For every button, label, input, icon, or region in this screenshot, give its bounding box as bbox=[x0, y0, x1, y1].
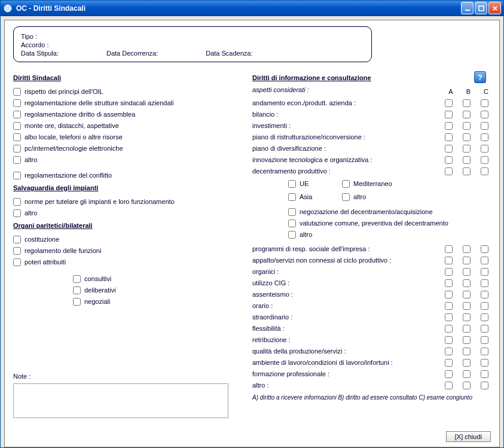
check-label: negoziazione del decentramento/acquisizi… bbox=[300, 208, 433, 215]
abc-check-c[interactable] bbox=[481, 325, 488, 333]
check-label: poteri attribuiti bbox=[25, 258, 66, 266]
abc-check-a[interactable] bbox=[445, 167, 453, 175]
abc-check-c[interactable] bbox=[481, 99, 488, 107]
minimize-button[interactable] bbox=[461, 2, 474, 14]
abc-check-a[interactable] bbox=[445, 291, 453, 298]
close-button[interactable] bbox=[488, 2, 501, 14]
abc-check-b[interactable] bbox=[463, 279, 471, 287]
check-asia[interactable] bbox=[288, 193, 296, 201]
abc-check-b[interactable] bbox=[463, 313, 471, 321]
check-label: negoziali bbox=[84, 298, 110, 305]
abc-check-b[interactable] bbox=[463, 291, 471, 298]
abc-check-c[interactable] bbox=[481, 359, 488, 367]
abc-check-c[interactable] bbox=[481, 370, 488, 378]
check-albo[interactable] bbox=[13, 133, 21, 141]
abc-label: altro : bbox=[252, 382, 445, 389]
maximize-button[interactable] bbox=[475, 2, 487, 14]
check-monte-ore[interactable] bbox=[13, 122, 21, 130]
check-negoziazione-dec[interactable] bbox=[288, 208, 296, 216]
abc-check-a[interactable] bbox=[445, 359, 453, 367]
check-label: UE bbox=[300, 180, 308, 187]
abc-check-b[interactable] bbox=[463, 302, 471, 310]
check-mediterraneo[interactable] bbox=[342, 180, 350, 188]
abc-check-c[interactable] bbox=[481, 382, 488, 389]
abc-check-c[interactable] bbox=[481, 336, 488, 344]
abc-check-a[interactable] bbox=[445, 156, 453, 164]
abc-check-a[interactable] bbox=[445, 382, 453, 389]
check-negoziali[interactable] bbox=[73, 298, 81, 306]
abc-check-a[interactable] bbox=[445, 370, 453, 378]
check-altro-dec[interactable] bbox=[342, 193, 350, 201]
abc-check-a[interactable] bbox=[445, 279, 453, 287]
abc-check-a[interactable] bbox=[445, 122, 453, 130]
check-altro-dec2[interactable] bbox=[288, 231, 296, 239]
abc-check-c[interactable] bbox=[481, 279, 488, 287]
check-oil[interactable] bbox=[13, 88, 21, 96]
check-altro-ds[interactable] bbox=[13, 156, 21, 164]
abc-check-b[interactable] bbox=[463, 257, 471, 264]
abc-check-a[interactable] bbox=[445, 111, 453, 118]
abc-check-b[interactable] bbox=[463, 268, 471, 276]
abc-check-b[interactable] bbox=[463, 167, 471, 175]
abc-check-b[interactable] bbox=[463, 156, 471, 164]
abc-check-a[interactable] bbox=[445, 245, 453, 253]
abc-label: retribuzione : bbox=[252, 336, 445, 343]
abc-check-b[interactable] bbox=[463, 145, 471, 153]
abc-check-c[interactable] bbox=[481, 245, 488, 253]
abc-check-b[interactable] bbox=[463, 99, 471, 107]
abc-check-b[interactable] bbox=[463, 245, 471, 253]
check-pc-internet[interactable] bbox=[13, 145, 21, 153]
check-conflitto[interactable] bbox=[13, 172, 21, 179]
check-assemblea[interactable] bbox=[13, 111, 21, 118]
abc-check-c[interactable] bbox=[481, 291, 488, 298]
check-norme-impianti[interactable] bbox=[13, 198, 21, 206]
note-textarea[interactable] bbox=[13, 383, 228, 418]
abc-check-c[interactable] bbox=[481, 122, 488, 130]
abc-check-c[interactable] bbox=[481, 133, 488, 141]
abc-check-b[interactable] bbox=[463, 336, 471, 344]
abc-check-a[interactable] bbox=[445, 133, 453, 141]
abc-check-b[interactable] bbox=[463, 370, 471, 378]
check-altro-salv[interactable] bbox=[13, 209, 21, 217]
abc-check-a[interactable] bbox=[445, 99, 453, 107]
check-costituzione[interactable] bbox=[13, 236, 21, 243]
svg-rect-1 bbox=[465, 10, 470, 11]
check-deliberativi[interactable] bbox=[73, 287, 81, 294]
check-valutazione-dec[interactable] bbox=[288, 220, 296, 227]
abc-check-b[interactable] bbox=[463, 359, 471, 367]
check-poteri[interactable] bbox=[13, 258, 21, 266]
abc-check-b[interactable] bbox=[463, 122, 471, 130]
abc-check-c[interactable] bbox=[481, 302, 488, 310]
abc-check-a[interactable] bbox=[445, 336, 453, 344]
abc-check-c[interactable] bbox=[481, 167, 488, 175]
abc-check-c[interactable] bbox=[481, 268, 488, 276]
abc-check-a[interactable] bbox=[445, 348, 453, 355]
left-column: Diritti Sindacali rispetto dei principi … bbox=[13, 71, 240, 419]
abc-check-c[interactable] bbox=[481, 145, 488, 153]
abc-check-b[interactable] bbox=[463, 133, 471, 141]
abc-check-c[interactable] bbox=[481, 348, 488, 355]
abc-check-c[interactable] bbox=[481, 111, 488, 118]
close-form-button[interactable]: [X] chiudi bbox=[446, 431, 491, 442]
note-label: Note : bbox=[13, 373, 240, 380]
abc-check-b[interactable] bbox=[463, 325, 471, 333]
abc-check-c[interactable] bbox=[481, 156, 488, 164]
abc-check-a[interactable] bbox=[445, 313, 453, 321]
abc-check-a[interactable] bbox=[445, 145, 453, 153]
abc-check-b[interactable] bbox=[463, 382, 471, 389]
abc-check-b[interactable] bbox=[463, 111, 471, 118]
abc-check-c[interactable] bbox=[481, 257, 488, 264]
abc-label: appalto/servizi non connessi al ciclo pr… bbox=[252, 257, 445, 264]
abc-label: qualità della produzione/servizi : bbox=[252, 348, 445, 355]
abc-check-b[interactable] bbox=[463, 348, 471, 355]
abc-check-a[interactable] bbox=[445, 302, 453, 310]
help-icon[interactable]: ? bbox=[474, 71, 486, 83]
check-ue[interactable] bbox=[288, 180, 296, 188]
abc-check-a[interactable] bbox=[445, 257, 453, 264]
abc-check-a[interactable] bbox=[445, 268, 453, 276]
check-strutture[interactable] bbox=[13, 99, 21, 107]
abc-check-a[interactable] bbox=[445, 325, 453, 333]
check-regolamento[interactable] bbox=[13, 247, 21, 255]
check-consultivi[interactable] bbox=[73, 275, 81, 283]
abc-check-c[interactable] bbox=[481, 313, 488, 321]
